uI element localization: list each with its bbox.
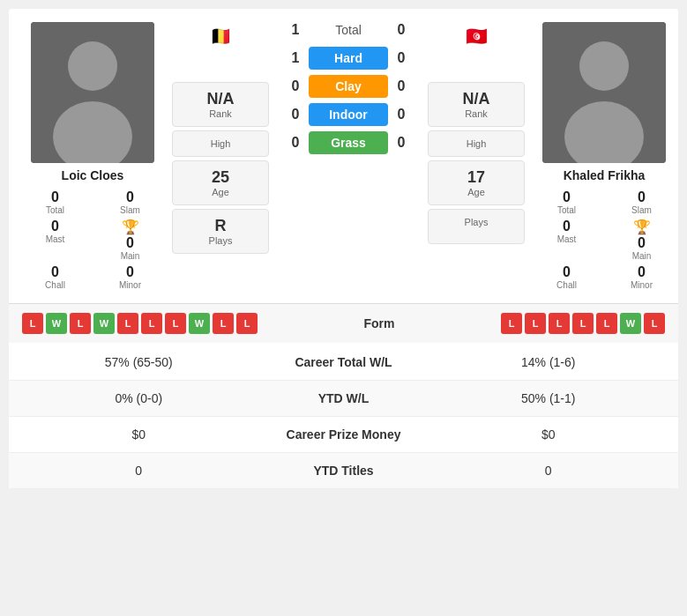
total-left-score: 1 <box>282 22 309 38</box>
stats-left-val: 0% (0-0) <box>22 391 256 405</box>
stats-center-label: Career Prize Money <box>256 427 432 442</box>
stats-table: 57% (65-50) Career Total W/L 14% (1-6) 0… <box>9 345 678 489</box>
left-slam-stat: 0 Slam <box>97 189 163 215</box>
grass-row: 0 Grass 0 <box>282 131 414 154</box>
indoor-left-score: 0 <box>282 107 309 122</box>
stats-right-val: 50% (1-1) <box>432 391 666 405</box>
right-mast-label: Mast <box>557 234 577 244</box>
left-rank-label: Rank <box>209 108 232 119</box>
stats-right-val: 0 <box>432 464 666 478</box>
right-main-label: Main <box>632 251 652 261</box>
form-badge-w: W <box>46 313 67 334</box>
right-total-value: 0 <box>563 189 571 205</box>
left-minor-stat: 0 Minor <box>97 264 163 290</box>
stats-center-label: Career Total W/L <box>256 355 432 369</box>
right-minor-value: 0 <box>638 264 646 280</box>
left-chall-stat: 0 Chall <box>22 264 88 290</box>
right-center-stats: 🇹🇳 N/A Rank High 17 Age Plays <box>428 22 525 290</box>
left-high-box: High <box>172 130 269 157</box>
right-plays-box: Plays <box>428 209 525 244</box>
left-age-label: Age <box>212 187 229 197</box>
right-age-label: Age <box>467 187 485 197</box>
left-mast-value: 0 <box>51 219 59 234</box>
indoor-row: 0 Indoor 0 <box>282 103 414 126</box>
left-age-box: 25 Age <box>172 160 269 205</box>
left-total-stat: 0 Total <box>22 189 88 215</box>
form-label: Form <box>364 316 395 330</box>
form-badge-l: L <box>501 313 522 334</box>
right-main-stat: 🏆 0 Main <box>609 219 675 261</box>
right-minor-label: Minor <box>631 280 653 290</box>
right-form-badges: LLLLLWL <box>501 313 665 334</box>
form-badge-l: L <box>549 313 570 334</box>
grass-left-score: 0 <box>282 135 309 151</box>
hard-row: 1 Hard 0 <box>282 47 414 70</box>
left-chall-value: 0 <box>51 264 59 280</box>
form-badge-l: L <box>525 313 546 334</box>
left-high-label: High <box>211 138 231 149</box>
right-slam-stat: 0 Slam <box>609 189 675 215</box>
clay-left-score: 0 <box>282 78 309 94</box>
right-trophy-icon: 🏆 <box>633 219 651 235</box>
right-slam-value: 0 <box>638 189 646 205</box>
right-rank-value: N/A <box>463 90 490 108</box>
left-mast-label: Mast <box>46 234 65 244</box>
right-age-box: 17 Age <box>428 160 525 205</box>
form-badge-w: W <box>93 313 115 334</box>
svg-point-1 <box>68 41 117 91</box>
left-plays-value: R <box>215 217 227 235</box>
form-badge-l: L <box>117 313 138 334</box>
clay-right-score: 0 <box>388 78 414 94</box>
left-total-label: Total <box>46 205 64 215</box>
form-badge-l: L <box>141 313 162 334</box>
grass-right-score: 0 <box>388 135 414 151</box>
stats-row: $0 Career Prize Money $0 <box>9 417 678 453</box>
form-section: LWLWLLLWLL Form LLLLLWL <box>9 303 678 343</box>
form-badge-w: W <box>620 313 641 334</box>
left-minor-label: Minor <box>119 280 141 290</box>
left-player-name: Loic Cloes <box>62 168 124 182</box>
total-row: 1 Total 0 <box>282 22 414 38</box>
left-form-badges: LWLWLLLWLL <box>22 313 258 334</box>
form-badge-l: L <box>596 313 617 334</box>
form-badge-l: L <box>70 313 91 334</box>
stats-left-val: 57% (65-50) <box>22 355 256 369</box>
surface-comparison: 1 Total 0 1 Hard 0 0 Clay 0 0 Indoor 0 0 <box>273 22 423 290</box>
right-player-card: Khaled Frikha 0 Total 0 Slam 0 Mast 🏆 0 <box>529 22 678 290</box>
right-high-box: High <box>428 130 525 157</box>
indoor-right-score: 0 <box>388 107 414 122</box>
right-rank-box: N/A Rank <box>428 82 525 127</box>
form-badge-l: L <box>236 313 258 334</box>
left-main-stat: 🏆 0 Main <box>97 219 163 261</box>
left-age-value: 25 <box>212 168 229 187</box>
form-badge-l: L <box>572 313 594 334</box>
clay-badge: Clay <box>309 75 388 98</box>
right-player-photo <box>542 22 666 163</box>
left-plays-box: R Plays <box>172 209 269 254</box>
clay-row: 0 Clay 0 <box>282 75 414 98</box>
stats-right-val: 14% (1-6) <box>432 355 666 369</box>
left-rank-box: N/A Rank <box>172 82 269 127</box>
svg-point-4 <box>579 41 629 91</box>
stats-row: 57% (65-50) Career Total W/L 14% (1-6) <box>9 345 678 381</box>
right-minor-stat: 0 Minor <box>609 264 675 290</box>
form-badge-l: L <box>22 313 43 334</box>
right-chall-label: Chall <box>556 280 577 290</box>
left-trophy-icon: 🏆 <box>122 219 139 235</box>
left-player-stats: 0 Total 0 Slam 0 Mast 🏆 0 Main 0 <box>18 189 168 290</box>
left-flag: 🇧🇪 <box>210 26 232 47</box>
stats-left-val: 0 <box>22 464 256 478</box>
stats-center-label: YTD W/L <box>256 391 432 405</box>
right-slam-label: Slam <box>631 205 652 215</box>
left-plays-label: Plays <box>209 235 233 246</box>
player-comparison: Loic Cloes 0 Total 0 Slam 0 Mast 🏆 0 Ma <box>9 9 678 303</box>
indoor-badge: Indoor <box>309 103 388 126</box>
left-player-card: Loic Cloes 0 Total 0 Slam 0 Mast 🏆 0 Ma <box>18 22 168 290</box>
grass-badge: Grass <box>309 131 388 154</box>
form-badge-l: L <box>165 313 186 334</box>
right-chall-value: 0 <box>563 264 571 280</box>
left-total-value: 0 <box>51 189 59 205</box>
right-chall-stat: 0 Chall <box>534 264 600 290</box>
left-minor-value: 0 <box>126 264 134 280</box>
stats-right-val: $0 <box>432 427 666 442</box>
